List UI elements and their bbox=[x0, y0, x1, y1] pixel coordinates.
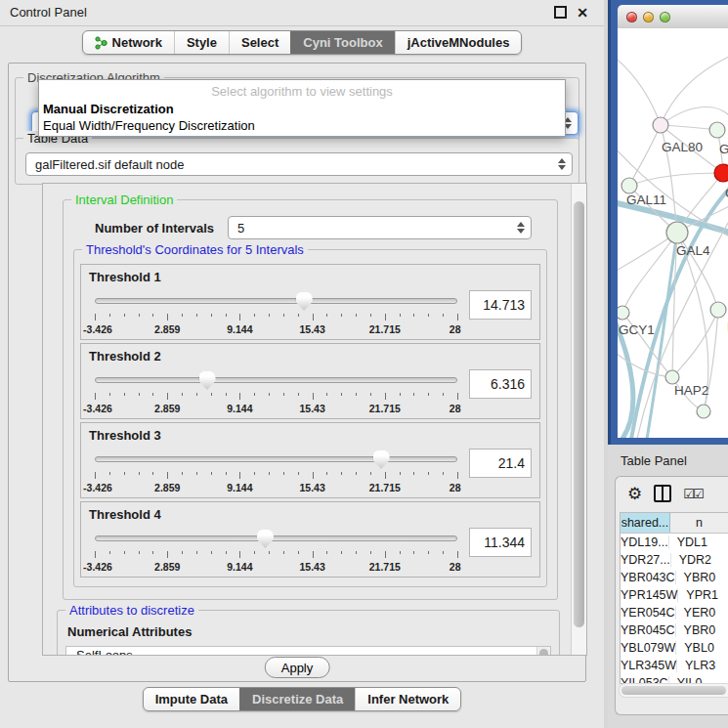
slider-track[interactable] bbox=[95, 535, 457, 541]
cell-shared-name[interactable]: YDR27... bbox=[621, 553, 671, 567]
network-window-titlebar[interactable] bbox=[618, 5, 728, 29]
tab-network[interactable]: Network bbox=[83, 31, 174, 54]
popup-item-manual-discretization[interactable]: Manual Discretization bbox=[39, 101, 565, 117]
numerical-attributes-list[interactable]: SelfLoopsTopologicalCoefficientBetweenne… bbox=[65, 646, 551, 655]
cell-shared-name[interactable]: YDL19... bbox=[621, 535, 669, 549]
slider-thumb[interactable] bbox=[199, 371, 216, 390]
network-node-c[interactable] bbox=[714, 164, 728, 182]
zoom-traffic-light-icon[interactable] bbox=[660, 12, 670, 22]
threshold-slider-3[interactable]: -3.4262.8599.14415.4321.71528 bbox=[95, 450, 457, 494]
network-canvas[interactable]: GAL80GACGAL11GAL4GCY1HHAP2 bbox=[618, 28, 728, 438]
gear-icon[interactable]: ⚙ bbox=[627, 486, 642, 502]
table-data-combobox[interactable]: galFiltered.sif default node bbox=[25, 152, 573, 176]
threshold-value-field-1[interactable]: 14.713 bbox=[469, 290, 532, 320]
slider-thumb[interactable] bbox=[296, 292, 313, 311]
tab-label: Network bbox=[112, 35, 162, 50]
cell-shared-name[interactable]: YBR045C bbox=[621, 623, 676, 637]
node-attribute-table[interactable]: shared... n YDL19...YDL1YDR27...YDR2YBR0… bbox=[620, 512, 728, 684]
table-row[interactable]: YLR345WYLR3 bbox=[621, 657, 728, 674]
network-edge[interactable] bbox=[618, 56, 661, 125]
apply-button[interactable]: Apply bbox=[265, 657, 330, 678]
cell-shared-name[interactable]: YLR345W bbox=[621, 659, 677, 672]
slider-thumb[interactable] bbox=[373, 450, 390, 469]
table-horizontal-scrollbar[interactable] bbox=[619, 683, 728, 698]
split-columns-icon[interactable] bbox=[654, 485, 671, 502]
network-node-hap2[interactable] bbox=[665, 370, 679, 384]
table-row[interactable]: YPR145WYPR1 bbox=[621, 586, 728, 604]
main-scrollbar[interactable] bbox=[571, 184, 586, 655]
table-row[interactable]: YBL079WYBL0 bbox=[621, 639, 728, 657]
table-row[interactable]: YER054CYER0 bbox=[621, 604, 728, 621]
cell-name[interactable]: YBR0 bbox=[676, 623, 728, 637]
cell-name[interactable]: YLR3 bbox=[677, 659, 728, 672]
threshold-slider-2[interactable]: -3.4262.8599.14415.4321.71528 bbox=[95, 370, 457, 415]
table-row[interactable]: YDR27...YDR2 bbox=[621, 551, 728, 569]
cell-shared-name[interactable]: YBL079W bbox=[621, 641, 676, 655]
table-panel-toolbar: ⚙ ☑☑ bbox=[616, 477, 728, 510]
cell-shared-name[interactable]: YPR145W bbox=[621, 588, 678, 602]
cell-shared-name[interactable]: YBR043C bbox=[621, 571, 676, 584]
popup-item-equal-width-frequency-discretization[interactable]: Equal Width/Frequency Discretization bbox=[39, 117, 565, 134]
network-edge[interactable] bbox=[661, 125, 717, 130]
threshold-slider-4[interactable]: -3.4262.8599.14415.4321.71528 bbox=[95, 529, 457, 574]
threshold-value-field-4[interactable]: 11.344 bbox=[469, 528, 532, 557]
cell-name[interactable]: YER0 bbox=[676, 606, 728, 620]
close-panel-icon[interactable]: ✕ bbox=[577, 7, 588, 19]
main-scrollbar-thumb[interactable] bbox=[574, 201, 584, 627]
column-header-shared-name[interactable]: shared... bbox=[621, 513, 670, 533]
attribute-item-selfloops[interactable]: SelfLoops bbox=[66, 647, 550, 655]
cell-name[interactable]: YBR0 bbox=[676, 571, 728, 584]
cell-name[interactable]: YDR2 bbox=[671, 553, 728, 567]
close-traffic-light-icon[interactable] bbox=[626, 12, 637, 22]
cell-name[interactable]: YDL1 bbox=[669, 535, 728, 549]
network-node[interactable] bbox=[697, 405, 710, 418]
tab-impute-data[interactable]: Impute Data bbox=[144, 688, 239, 710]
slider-tick-labels: -3.4262.8599.14415.4321.71528 bbox=[95, 323, 457, 335]
panel-title: Control Panel bbox=[10, 5, 87, 20]
network-edge[interactable] bbox=[661, 56, 728, 125]
threshold-slider-1[interactable]: -3.4262.8599.14415.4321.71528 bbox=[95, 291, 457, 336]
tab-infer-network[interactable]: Infer Network bbox=[355, 688, 460, 710]
tab-cyni-toolbox[interactable]: Cyni Toolbox bbox=[290, 31, 394, 54]
network-node-gal4[interactable] bbox=[666, 222, 688, 243]
cell-shared-name[interactable]: YER054C bbox=[621, 606, 676, 620]
attributes-scrollbar[interactable] bbox=[536, 647, 550, 655]
table-row[interactable]: YDL19...YDL1 bbox=[621, 534, 728, 551]
slider-track[interactable] bbox=[95, 298, 457, 304]
network-node-h[interactable] bbox=[710, 302, 726, 318]
control-panel-titlebar: Control Panel ✕ bbox=[0, 0, 604, 26]
network-edge[interactable] bbox=[672, 310, 718, 377]
tab-select[interactable]: Select bbox=[229, 31, 290, 54]
table-row[interactable]: YBR043CYBR0 bbox=[621, 569, 728, 586]
network-graph: GAL80GACGAL11GAL4GCY1HHAP2 bbox=[618, 28, 728, 438]
checkbox-icons[interactable]: ☑☑ bbox=[683, 487, 702, 501]
network-edge[interactable] bbox=[629, 173, 723, 186]
threshold-value-field-2[interactable]: 6.316 bbox=[469, 369, 532, 399]
slider-ticks bbox=[95, 393, 457, 401]
table-row[interactable]: YBR045CYBR0 bbox=[621, 621, 728, 639]
group-label: Threshold's Coordinates for 5 Intervals bbox=[82, 242, 308, 257]
slider-thumb[interactable] bbox=[257, 530, 274, 548]
threshold-label: Threshold 3 bbox=[89, 428, 532, 444]
cell-name[interactable]: YPR1 bbox=[678, 588, 728, 602]
column-header-name[interactable]: n bbox=[670, 513, 728, 533]
slider-ticks bbox=[95, 551, 457, 559]
tab-jactivemnodules[interactable]: jActiveMNodules bbox=[395, 31, 522, 54]
network-node-gcy1[interactable] bbox=[618, 306, 629, 320]
network-node-ga[interactable] bbox=[709, 122, 725, 138]
numerical-attributes-label: Numerical Attributes bbox=[67, 624, 551, 639]
table-panel-area: Table Panel ⚙ ☑☑ shared... n YDL19...YDL… bbox=[608, 445, 728, 728]
slider-track[interactable] bbox=[95, 456, 457, 462]
tab-style[interactable]: Style bbox=[174, 31, 229, 54]
num-intervals-combobox[interactable]: 5 bbox=[228, 216, 532, 239]
float-window-icon[interactable] bbox=[554, 6, 567, 19]
slider-track[interactable] bbox=[95, 377, 457, 383]
network-node-gal11[interactable] bbox=[621, 178, 637, 193]
node-label-gcy1: GCY1 bbox=[619, 322, 655, 337]
cell-name[interactable]: YBL0 bbox=[676, 641, 728, 655]
minimize-traffic-light-icon[interactable] bbox=[643, 12, 654, 22]
tab-discretize-data[interactable]: Discretize Data bbox=[239, 688, 355, 710]
network-edge[interactable] bbox=[629, 125, 661, 186]
threshold-value-field-3[interactable]: 21.4 bbox=[469, 449, 532, 478]
network-node-gal80[interactable] bbox=[653, 117, 668, 133]
